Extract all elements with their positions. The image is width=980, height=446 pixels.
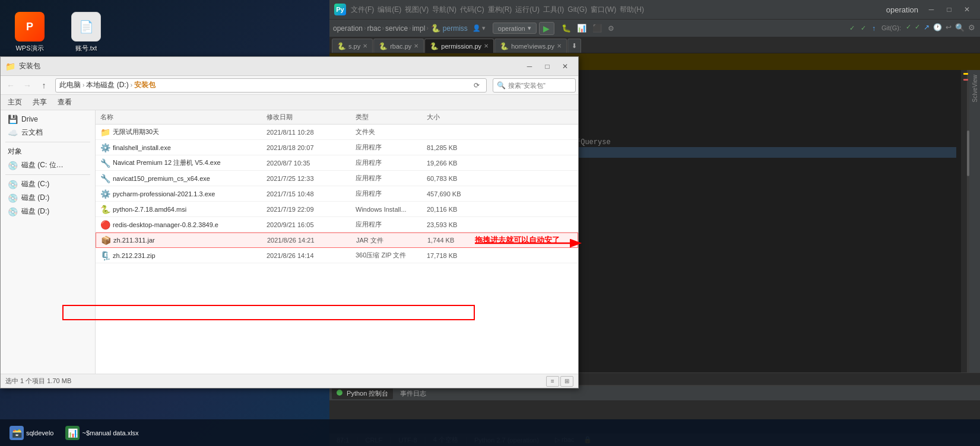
- pycharm-menu-window[interactable]: 窗口(W): [591, 5, 616, 15]
- tab-rbac-close[interactable]: ✕: [414, 43, 418, 49]
- tab-homeviews-close[interactable]: ✕: [557, 43, 562, 49]
- pycharm-menu-tools[interactable]: 工具(I): [543, 5, 564, 15]
- pycharm-menu-file[interactable]: 文件(F): [351, 5, 374, 15]
- file-date-6: 2020/9/21 16:05: [267, 221, 356, 228]
- scrollbar-thumb[interactable]: [967, 130, 969, 176]
- tab-permission[interactable]: 🐍 permission.py ✕: [424, 39, 494, 53]
- file-row-3[interactable]: 🔧navicat150_premium_cs_x64.exe 2021/7/25…: [96, 171, 578, 186]
- pycharm-menu-view[interactable]: 视图(V): [405, 5, 429, 15]
- tab-more[interactable]: ⬇: [567, 39, 581, 53]
- tab-spy[interactable]: 🐍 s.py ✕: [332, 39, 373, 53]
- pycharm-tabs: 🐍 s.py ✕ 🐍 rbac.py ✕ 🐍 permission.py ✕ 🐍…: [329, 37, 980, 53]
- col-header-type[interactable]: 类型: [356, 113, 427, 122]
- menu-home[interactable]: 主页: [3, 96, 27, 109]
- pycharm-menu-git[interactable]: Git(G): [567, 5, 587, 14]
- pycharm-menu-edit[interactable]: 编辑(E): [378, 5, 401, 15]
- file-row-6[interactable]: 🔴redis-desktop-manager-0.8.2.3849.e 2020…: [96, 217, 578, 232]
- nav-dropdown-chevron: ▾: [528, 24, 531, 32]
- taskbar-sql[interactable]: 🗃️ sqldevelo: [5, 423, 58, 442]
- file-row-0[interactable]: 📁无限试用期30天 2021/8/11 10:28 文件夹: [96, 125, 578, 140]
- search-input[interactable]: [508, 82, 590, 89]
- col-header-date[interactable]: 修改日期: [267, 113, 356, 122]
- search-icon[interactable]: 🔍: [954, 23, 966, 34]
- run-button[interactable]: ▶: [539, 22, 554, 35]
- forward-button[interactable]: →: [20, 78, 35, 93]
- sidebar-drive[interactable]: 💾 Drive: [1, 113, 95, 126]
- diskc-icon: 💿: [8, 161, 18, 170]
- file-type-8: 360压缩 ZIP 文件: [356, 251, 427, 260]
- file-row-4[interactable]: ⚙️pycharm-professional-2021.1.3.exe 2021…: [96, 186, 578, 202]
- minimize-button[interactable]: ─: [521, 60, 538, 72]
- nav-run-dropdown[interactable]: operation ▾: [493, 23, 537, 34]
- explorer-menubar: 主页 共享 查看: [1, 95, 578, 110]
- pycharm-menu-run[interactable]: 运行(U): [515, 5, 540, 15]
- addr-drive: 本地磁盘 (D:): [86, 80, 128, 90]
- address-bar[interactable]: 此电脑 › 本地磁盘 (D:) › 安装包 ⟳: [55, 78, 487, 93]
- col-header-name[interactable]: 名称: [100, 113, 267, 122]
- sidebar-cloud[interactable]: ☁️ 云文档: [1, 126, 95, 139]
- sciveview-label[interactable]: ScIveView: [971, 70, 979, 107]
- pycharm-menu-code[interactable]: 代码(C): [460, 5, 484, 15]
- nav-sep4: ›: [426, 25, 428, 31]
- tab-spy-close[interactable]: ✕: [363, 43, 367, 49]
- desktop-icon-wps[interactable]: P WPS演示: [6, 12, 53, 53]
- addr-sep1: ›: [83, 82, 84, 88]
- file-size-8: 17,718 KB: [427, 252, 486, 259]
- sidebar-diskd1[interactable]: 💿 磁盘 (D:): [1, 191, 95, 205]
- bottom-tab-python[interactable]: Python 控制台: [332, 388, 393, 399]
- list-view-button[interactable]: ≡: [546, 376, 559, 387]
- col-header-size[interactable]: 大小: [427, 113, 486, 122]
- view-buttons: ≡ ⊞: [546, 376, 573, 387]
- nav-permiss: permiss: [443, 24, 468, 33]
- sidebar-object[interactable]: 对象: [1, 145, 95, 158]
- profile-icon[interactable]: 📊: [575, 23, 589, 34]
- maximize-button[interactable]: □: [539, 60, 556, 72]
- pycharm-menu-refactor[interactable]: 重构(R): [488, 5, 512, 15]
- search-bar[interactable]: 🔍: [493, 78, 576, 93]
- file-row-2[interactable]: 🔧Navicat Premium 12 注册机 V5.4.exe 2020/8/…: [96, 155, 578, 171]
- git-arrow-icon[interactable]: ↗: [922, 23, 931, 34]
- menu-view[interactable]: 查看: [53, 96, 77, 109]
- desktop-icon-account[interactable]: 📄 账号.txt: [62, 12, 110, 53]
- file-date-1: 2021/8/18 20:07: [267, 144, 356, 151]
- pycharm-win-controls: ─ □ ✕: [923, 4, 975, 15]
- grid-view-button[interactable]: ⊞: [560, 376, 573, 387]
- tab-homeviews[interactable]: 🐍 home\views.py ✕: [494, 39, 567, 53]
- refresh-button[interactable]: ⟳: [471, 79, 483, 91]
- editor-scrollbar[interactable]: [961, 70, 969, 372]
- pycharm-close[interactable]: ✕: [959, 4, 975, 15]
- git-clock-icon[interactable]: 🕐: [932, 23, 943, 34]
- file-row-8[interactable]: 🗜️zh.212.231.zip 2021/8/26 14:14 360压缩 Z…: [96, 248, 578, 263]
- file-row-1[interactable]: ⚙️finalshell_install.exe 2021/8/18 20:07…: [96, 140, 578, 155]
- sidebar-diskc[interactable]: 💿 磁盘 (C:): [1, 177, 95, 191]
- menu-share[interactable]: 共享: [28, 96, 52, 109]
- pycharm-maximize[interactable]: □: [941, 4, 957, 15]
- taskbar-excel[interactable]: 📊 ~$manual data.xlsx: [61, 423, 143, 442]
- close-button[interactable]: ✕: [557, 60, 573, 72]
- pycharm-menu-nav[interactable]: 导航(N): [432, 5, 456, 15]
- coverage-icon[interactable]: ⬛: [590, 23, 604, 34]
- nav-sep1: ›: [364, 25, 366, 31]
- git-check-icon[interactable]: ✓: [905, 23, 912, 34]
- sidebar-diskc-pos[interactable]: 💿 磁盘 (C: 位…: [1, 158, 95, 172]
- git-undo-icon[interactable]: ↩: [944, 23, 953, 34]
- git-checkmark2[interactable]: ✓: [858, 23, 868, 34]
- tab-rbac[interactable]: 🐍 rbac.py ✕: [373, 39, 424, 53]
- debug-icon[interactable]: 🐛: [559, 23, 573, 34]
- file-name-1: ⚙️finalshell_install.exe: [100, 143, 267, 152]
- back-button[interactable]: ←: [3, 78, 18, 93]
- tab-permission-close[interactable]: ✕: [484, 43, 489, 49]
- git-up-icon[interactable]: ↑: [870, 23, 878, 34]
- settings-icon[interactable]: ⚙: [967, 23, 976, 34]
- nav-rbac: rbac: [367, 24, 380, 33]
- pycharm-menu-help[interactable]: 帮助(H): [620, 5, 644, 15]
- file-row-7[interactable]: 📦zh.211.311.jar 2021/8/26 14:21 JAR 文件 1…: [96, 232, 578, 248]
- up-button[interactable]: ↑: [36, 78, 52, 93]
- bottom-tab-events[interactable]: 事件日志: [395, 388, 431, 399]
- settings2-icon[interactable]: ⚙: [605, 23, 617, 34]
- git-check2-icon[interactable]: ✓: [914, 23, 921, 34]
- pycharm-minimize[interactable]: ─: [923, 4, 940, 15]
- file-row-5[interactable]: 🐍python-2.7.18.amd64.msi 2021/7/19 22:09…: [96, 202, 578, 217]
- git-checkmark1[interactable]: ✓: [847, 23, 857, 34]
- sidebar-diskd2[interactable]: 💿 磁盘 (D:): [1, 205, 95, 218]
